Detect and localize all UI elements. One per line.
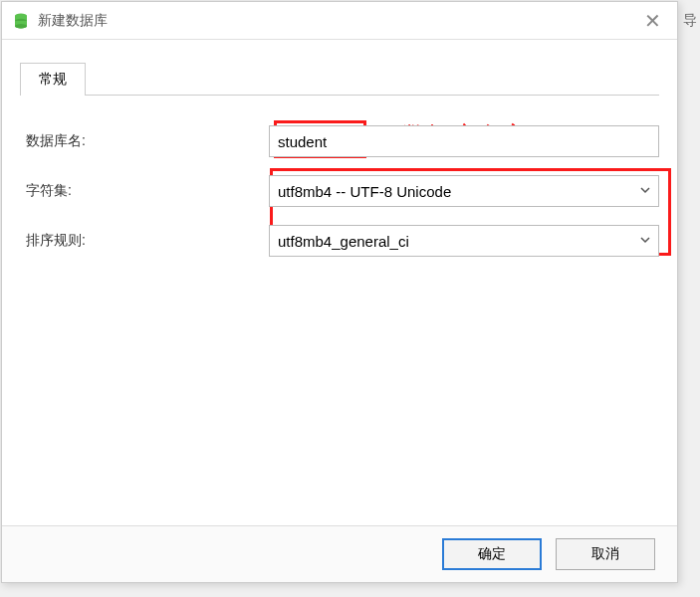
dialog-title: 新建数据库 <box>38 12 637 30</box>
charset-value: utf8mb4 -- UTF-8 Unicode <box>278 183 451 200</box>
close-icon: ✕ <box>644 9 661 33</box>
dialog-footer: 确定 取消 <box>2 525 677 582</box>
row-charset: 字符集: utf8mb4 -- UTF-8 Unicode <box>20 175 659 207</box>
tab-general[interactable]: 常规 <box>20 63 86 96</box>
titlebar: 新建数据库 ✕ <box>2 2 677 40</box>
label-db-name: 数据库名: <box>20 132 269 150</box>
close-button[interactable]: ✕ <box>637 6 667 36</box>
db-name-input[interactable] <box>269 125 659 157</box>
charset-select[interactable]: utf8mb4 -- UTF-8 Unicode <box>269 175 659 207</box>
cancel-button[interactable]: 取消 <box>556 538 655 570</box>
label-charset: 字符集: <box>20 182 269 200</box>
row-db-name: 数据库名: <box>20 125 659 157</box>
collation-value: utf8mb4_general_ci <box>278 233 409 250</box>
new-database-dialog: 新建数据库 ✕ 常规 数据库名字 数据库名: 字符集: utf8mb4 -- U… <box>1 1 678 583</box>
label-collation: 排序规则: <box>20 232 269 250</box>
tab-bar: 常规 <box>2 40 677 95</box>
ok-button[interactable]: 确定 <box>442 538 542 570</box>
dialog-content: 数据库名字 数据库名: 字符集: utf8mb4 -- UTF-8 Unicod… <box>20 95 659 525</box>
database-icon <box>12 12 30 30</box>
svg-point-2 <box>15 24 27 29</box>
background-window-fragment: 导 <box>680 6 700 36</box>
row-collation: 排序规则: utf8mb4_general_ci <box>20 225 659 257</box>
collation-select[interactable]: utf8mb4_general_ci <box>269 225 659 257</box>
